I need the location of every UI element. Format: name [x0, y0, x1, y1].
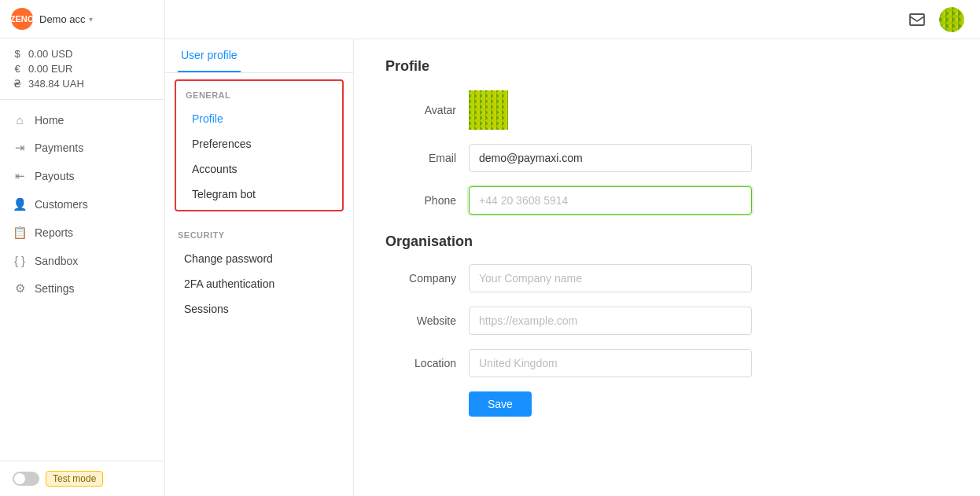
test-mode-toggle[interactable]	[13, 472, 39, 486]
save-button[interactable]: Save	[469, 391, 532, 417]
balance-uah-value: 348.84 UAH	[28, 78, 84, 90]
nav-item-reports[interactable]: 📋 Reports	[0, 219, 164, 247]
company-label: Company	[385, 272, 456, 285]
balance-eur: € 0.00 EUR	[11, 61, 153, 76]
notifications-icon[interactable]	[906, 9, 928, 31]
customers-icon: 👤	[13, 197, 27, 211]
profile-section-title: Profile	[385, 58, 949, 75]
security-section-title: SECURITY	[178, 230, 341, 240]
email-field-row: Email	[385, 144, 949, 172]
nav-item-payouts[interactable]: ⇤ Payouts	[0, 162, 164, 190]
sub-nav-item-2fa[interactable]: 2FA authentication	[178, 271, 341, 296]
sidebar: ZENO Demo acc ▾ $ 0.00 USD € 0.00 EUR ₴ …	[0, 0, 165, 496]
nav-item-payments[interactable]: ⇥ Payments	[0, 134, 164, 162]
email-input[interactable]	[469, 144, 752, 172]
website-field-row: Website	[385, 307, 949, 335]
avatar-image	[469, 90, 508, 130]
settings-icon: ⚙	[13, 281, 27, 296]
general-section-title: GENERAL	[186, 90, 333, 100]
payouts-icon: ⇤	[13, 169, 27, 183]
sub-nav-item-change-password[interactable]: Change password	[178, 246, 341, 271]
nav-label-settings: Settings	[35, 282, 75, 295]
security-section: SECURITY Change password 2FA authenticat…	[165, 218, 353, 325]
avatar-label: Avatar	[385, 104, 456, 116]
sub-nav-item-accounts[interactable]: Accounts	[186, 156, 333, 182]
nav-item-customers[interactable]: 👤 Customers	[0, 190, 164, 219]
payments-icon: ⇥	[13, 141, 27, 155]
general-section: GENERAL Profile Preferences Accounts Tel…	[176, 81, 342, 210]
sub-nav-item-sessions[interactable]: Sessions	[178, 296, 341, 321]
sub-nav-item-profile[interactable]: Profile	[186, 106, 333, 131]
profile-form-panel: Profile Avatar Email Phone Organisation	[354, 39, 980, 496]
general-section-group: GENERAL Profile Preferences Accounts Tel…	[175, 79, 344, 211]
reports-icon: 📋	[13, 226, 27, 240]
nav-label-payments: Payments	[35, 141, 83, 154]
avatar-image	[939, 7, 964, 32]
balance-usd: $ 0.00 USD	[11, 46, 153, 61]
content-area: User profile GENERAL Profile Preferences…	[165, 39, 980, 496]
balance-uah: ₴ 348.84 UAH	[11, 76, 153, 91]
balance-eur-value: 0.00 EUR	[28, 63, 72, 75]
sidebar-header: ZENO Demo acc ▾	[0, 0, 164, 39]
euro-icon: €	[11, 63, 24, 75]
account-selector[interactable]: Demo acc ▾	[39, 13, 93, 25]
location-label: Location	[385, 357, 456, 369]
nav-label-customers: Customers	[35, 198, 88, 211]
avatar-field: Avatar	[385, 90, 949, 130]
company-input[interactable]	[469, 264, 752, 292]
nav-item-home[interactable]: ⌂ Home	[0, 106, 164, 134]
nav-label-home: Home	[35, 114, 64, 127]
hryvnia-icon: ₴	[11, 78, 24, 90]
phone-field-row: Phone	[385, 186, 949, 215]
sidebar-footer: Test mode	[0, 461, 164, 496]
nav-label-reports: Reports	[35, 226, 73, 239]
website-label: Website	[385, 314, 456, 327]
sub-nav-item-telegram-bot[interactable]: Telegram bot	[186, 182, 333, 207]
avatar	[469, 90, 508, 130]
location-input[interactable]	[469, 349, 752, 377]
balance-usd-value: 0.00 USD	[28, 48, 72, 60]
nav-label-sandbox: Sandbox	[35, 255, 78, 267]
company-field-row: Company	[385, 264, 949, 292]
save-row: Save	[385, 391, 949, 417]
phone-input[interactable]	[469, 186, 752, 215]
dollar-icon: $	[11, 48, 24, 60]
test-mode-badge[interactable]: Test mode	[46, 471, 103, 487]
nav-item-sandbox[interactable]: { } Sandbox	[0, 247, 164, 274]
location-field-row: Location	[385, 349, 949, 377]
email-label: Email	[385, 152, 456, 164]
main-area: User profile GENERAL Profile Preferences…	[165, 0, 980, 496]
website-input[interactable]	[469, 307, 752, 335]
phone-label: Phone	[385, 194, 456, 207]
balance-list: $ 0.00 USD € 0.00 EUR ₴ 348.84 UAH	[0, 39, 164, 100]
user-avatar[interactable]	[939, 7, 964, 32]
nav-item-settings[interactable]: ⚙ Settings	[0, 274, 164, 303]
topbar	[165, 0, 980, 39]
nav-label-payouts: Payouts	[35, 170, 75, 182]
account-name: Demo acc	[39, 13, 86, 25]
tab-user-profile[interactable]: User profile	[178, 39, 241, 72]
home-icon: ⌂	[13, 113, 27, 127]
sub-navigation: User profile GENERAL Profile Preferences…	[165, 39, 354, 496]
sandbox-icon: { }	[13, 254, 27, 267]
sidebar-logo: ZENO	[11, 8, 33, 30]
org-section-title: Organisation	[385, 233, 949, 250]
chevron-down-icon: ▾	[89, 15, 93, 24]
sub-nav-item-preferences[interactable]: Preferences	[186, 131, 333, 156]
sub-nav-tabs: User profile	[165, 39, 353, 73]
main-nav: ⌂ Home ⇥ Payments ⇤ Payouts 👤 Customers …	[0, 100, 164, 461]
svg-rect-0	[910, 14, 924, 25]
